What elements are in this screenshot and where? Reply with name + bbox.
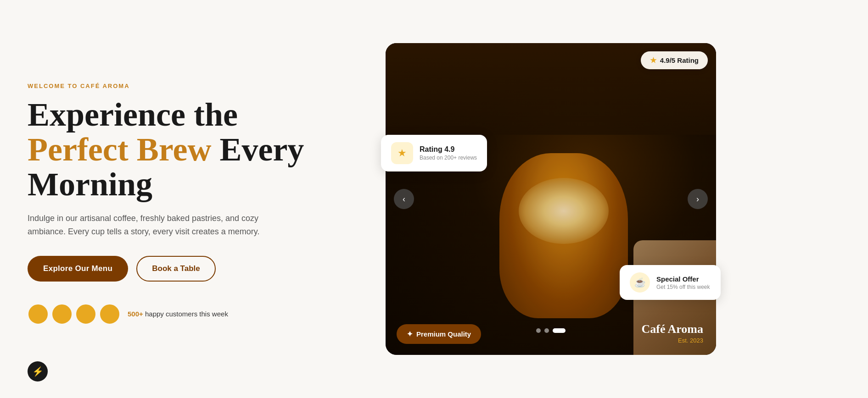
coffee-glass: [499, 153, 628, 318]
customer-count: 500+: [128, 310, 143, 318]
rating-card-text: Rating 4.9 Based on 200+ reviews: [420, 145, 477, 161]
welcome-tag: WELCOME TO CAFÉ AROMA: [28, 83, 358, 89]
hero-left-content: WELCOME TO CAFÉ AROMA Experience the Per…: [28, 73, 358, 324]
carousel-dot-3[interactable]: [553, 328, 566, 333]
avatar-2: [51, 304, 73, 325]
offer-icon-circle: ☕: [630, 272, 650, 293]
avatar-3: [75, 304, 96, 325]
premium-quality-badge[interactable]: ✦ Premium Quality: [397, 324, 481, 344]
explore-menu-button[interactable]: Explore Our Menu: [28, 256, 128, 282]
carousel-prev-button[interactable]: ‹: [394, 189, 414, 209]
premium-label: Premium Quality: [416, 330, 471, 338]
hero-headline: Experience the Perfect Brew EveryMorning: [28, 98, 358, 202]
coffee-image: [386, 43, 716, 355]
carousel-next-button[interactable]: ›: [688, 189, 708, 209]
rating-card-title: Rating 4.9: [420, 145, 477, 154]
headline-highlight: Perfect Brew: [28, 131, 211, 168]
rating-badge-text: 4.9/5 Rating: [660, 56, 699, 64]
rating-badge-top: ★ 4.9/5 Rating: [641, 51, 708, 69]
happy-customers: 500+ happy customers this week: [28, 304, 358, 325]
headline-line1: Experience the: [28, 96, 238, 133]
rating-card-subtitle: Based on 200+ reviews: [420, 155, 477, 161]
cafe-name: Café Aroma: [641, 322, 703, 336]
hero-description: Indulge in our artisanal coffee, freshly…: [28, 212, 285, 238]
offer-title: Special Offer: [656, 275, 710, 283]
customer-suffix: happy customers this week: [143, 310, 228, 318]
carousel-dot-1[interactable]: [536, 328, 541, 333]
rating-star-circle: ★: [391, 142, 413, 164]
lightning-icon: ⚡: [32, 366, 44, 377]
carousel-dot-2[interactable]: [544, 328, 549, 333]
carousel-container: ‹ › Café Aroma Est. 2023 ✦ Premium Quali…: [386, 43, 716, 355]
offer-subtitle: Get 15% off this week: [656, 284, 710, 290]
cafe-name-overlay: Café Aroma Est. 2023: [641, 322, 703, 344]
lightning-badge[interactable]: ⚡: [28, 361, 48, 381]
coffee-icon: ☕: [634, 277, 646, 288]
special-offer-card: ☕ Special Offer Get 15% off this week: [620, 265, 721, 300]
book-table-button[interactable]: Book a Table: [136, 256, 216, 282]
cafe-est: Est. 2023: [641, 337, 703, 344]
hero-buttons: Explore Our Menu Book a Table: [28, 256, 358, 282]
rating-card: ★ Rating 4.9 Based on 200+ reviews: [381, 135, 487, 171]
hero-right: ★ 4.9/5 Rating ★ Rating 4.9 Based on 200…: [386, 43, 716, 355]
avatar-4: [99, 304, 120, 325]
avatar-1: [28, 304, 49, 325]
star-icon: ★: [650, 56, 656, 65]
offer-text: Special Offer Get 15% off this week: [656, 275, 710, 290]
rating-star-icon: ★: [398, 147, 407, 159]
carousel-dots: [536, 328, 566, 333]
sparkle-icon: ✦: [407, 330, 413, 338]
avatar-group: [28, 304, 120, 325]
customer-text: 500+ happy customers this week: [128, 310, 228, 318]
hero-section: WELCOME TO CAFÉ AROMA Experience the Per…: [0, 0, 868, 398]
